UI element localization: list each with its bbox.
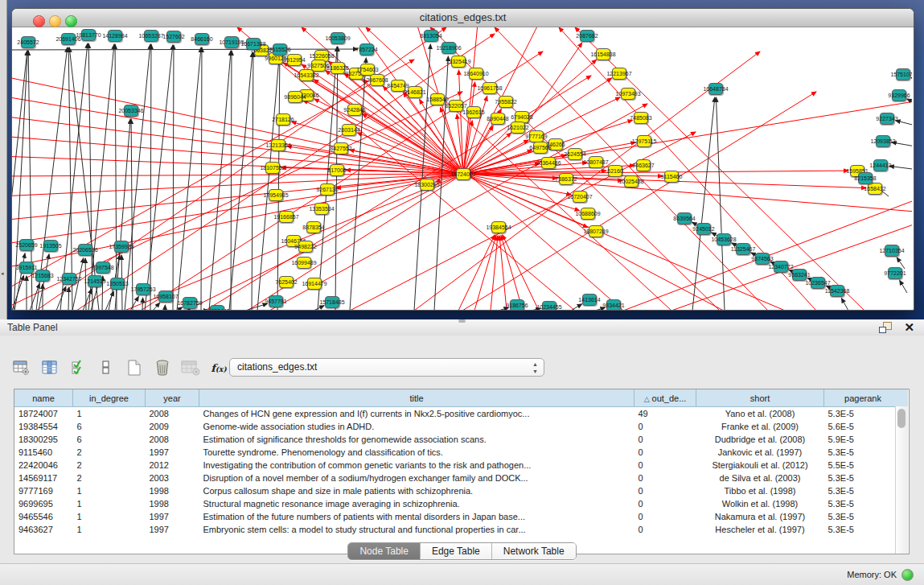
graph-node[interactable] [811, 277, 825, 289]
graph-node[interactable] [61, 33, 76, 45]
delete-table-icon[interactable] [180, 357, 201, 378]
table-cell[interactable]: 5.3E-5 [824, 523, 902, 536]
graph-node[interactable] [19, 239, 34, 251]
graph-node[interactable] [541, 157, 556, 169]
table-cell[interactable]: 2009 [146, 420, 199, 433]
table-cell[interactable]: 0 [634, 497, 696, 510]
table-row[interactable]: 2242004622012Investigating the contribut… [14, 459, 902, 472]
graph-node[interactable] [696, 223, 711, 235]
graph-node[interactable] [271, 139, 285, 151]
column-header-short[interactable]: short [696, 389, 824, 407]
graph-node[interactable] [441, 42, 456, 54]
column-select-icon[interactable] [68, 357, 88, 378]
graph-node[interactable] [347, 104, 362, 116]
graph-node[interactable] [81, 29, 96, 41]
graph-node[interactable] [885, 245, 899, 257]
graph-node[interactable] [573, 191, 587, 203]
table-cell[interactable]: 5.3E-5 [824, 484, 902, 497]
graph-node[interactable] [880, 113, 894, 125]
table-cell[interactable]: 1 [73, 407, 146, 421]
close-panel-icon[interactable]: ✕ [904, 320, 914, 335]
graph-node[interactable] [533, 142, 548, 154]
graph-node[interactable] [144, 30, 158, 42]
table-row[interactable]: 946362711997Embryonic stem cells: a mode… [14, 523, 902, 536]
graph-node[interactable] [359, 43, 374, 56]
table-cell[interactable]: Nakamura et al. (1997) [696, 510, 824, 523]
delete-column-icon[interactable] [152, 357, 173, 378]
column-header-title[interactable]: title [199, 389, 634, 407]
table-cell[interactable]: 1 [73, 497, 146, 510]
table-cell[interactable]: 0 [634, 484, 696, 497]
graph-node[interactable] [621, 88, 635, 100]
table-cell[interactable]: Structural magnetic resonance image aver… [199, 497, 634, 510]
graph-node[interactable] [559, 173, 573, 185]
graph-node[interactable] [456, 168, 470, 180]
float-panel-icon[interactable] [879, 322, 892, 333]
graph-node[interactable] [608, 165, 622, 177]
graph-node[interactable] [896, 68, 910, 80]
table-cell[interactable]: 1 [73, 523, 146, 536]
table-cell[interactable]: 1998 [146, 497, 199, 510]
panel-expand-arrow-icon[interactable]: ◂ [1, 270, 4, 277]
graph-node[interactable] [307, 278, 322, 290]
graph-node[interactable] [114, 241, 129, 253]
table-row[interactable]: 977716911998Corpus callosum shape and si… [14, 484, 902, 497]
table-select-dropdown[interactable]: citations_edges.txt ▲▼ [229, 358, 544, 377]
graph-node[interactable] [582, 294, 597, 306]
graph-node[interactable] [297, 257, 311, 269]
graph-node[interactable] [510, 299, 524, 310]
tab-edge-table[interactable]: Edge Table [420, 543, 491, 559]
graph-node[interactable] [330, 164, 344, 176]
table-cell[interactable]: 0 [634, 446, 696, 459]
graph-node[interactable] [370, 74, 384, 86]
graph-node[interactable] [830, 285, 844, 297]
function-builder-icon[interactable]: f(x) [208, 357, 229, 378]
graph-node[interactable] [331, 32, 345, 44]
table-cell[interactable]: 0 [634, 523, 696, 536]
graph-node[interactable] [195, 33, 209, 45]
graph-node[interactable] [110, 278, 125, 290]
graph-node[interactable] [306, 221, 321, 233]
graph-node[interactable] [542, 301, 556, 310]
graph-node[interactable] [529, 130, 544, 142]
table-mode-icon[interactable] [11, 357, 32, 378]
graph-node[interactable] [158, 290, 173, 303]
table-row[interactable]: 911546021997Tourette syndrome. Phenomeno… [14, 446, 902, 459]
column-header-pagerank[interactable]: pagerank [824, 389, 902, 407]
table-row[interactable]: 1938455462009Genome-wide association stu… [14, 420, 902, 433]
table-cell[interactable]: 5.3E-5 [824, 407, 902, 421]
table-cell[interactable]: 9465546 [14, 510, 73, 523]
table-row[interactable]: 946554611997Estimation of the future num… [14, 510, 902, 523]
graph-node[interactable] [469, 68, 483, 80]
table-cell[interactable]: 1997 [146, 510, 199, 523]
network-canvas[interactable]: 1872400776638229960125891295415226058932… [12, 27, 912, 310]
graph-node[interactable] [491, 113, 505, 125]
graph-node[interactable] [677, 212, 692, 225]
column-visibility-icon[interactable] [39, 357, 60, 378]
table-cell[interactable]: 1998 [146, 484, 199, 497]
graph-node[interactable] [548, 138, 563, 150]
graph-node[interactable] [491, 221, 506, 233]
graph-node[interactable] [664, 171, 679, 183]
graph-node[interactable] [287, 54, 302, 66]
table-cell[interactable]: 9699695 [14, 497, 73, 510]
table-cell[interactable]: 2 [73, 472, 146, 484]
table-cell[interactable]: Tibbo et al. (1998) [696, 484, 824, 497]
tab-node-table[interactable]: Node Table [348, 543, 420, 559]
graph-node[interactable] [589, 156, 603, 168]
graph-node[interactable] [873, 159, 888, 171]
graph-node[interactable] [420, 179, 434, 191]
graph-node[interactable] [273, 43, 287, 56]
table-cell[interactable]: 14569117 [14, 472, 73, 484]
graph-node[interactable] [774, 261, 788, 273]
table-cell[interactable]: Stergiakouli et al. (2012) [696, 459, 824, 472]
table-cell[interactable]: de Silva et al. (2003) [696, 472, 824, 484]
graph-node[interactable] [124, 105, 138, 117]
graph-node[interactable] [868, 183, 882, 195]
graph-node[interactable] [246, 38, 261, 50]
graph-node[interactable] [424, 30, 438, 42]
graph-node[interactable] [596, 48, 610, 60]
graph-node[interactable] [581, 208, 595, 220]
graph-node[interactable] [634, 112, 648, 124]
graph-node[interactable] [334, 142, 348, 154]
